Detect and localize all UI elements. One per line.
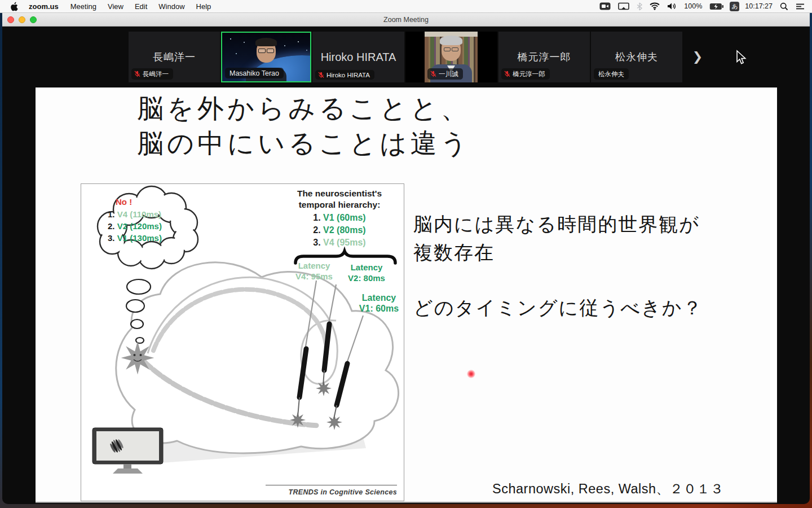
menu-bar-clock[interactable]: 10:17:27 bbox=[743, 2, 774, 10]
participant-badge: Hiroko HIRATA bbox=[315, 70, 374, 80]
menu-meeting[interactable]: Meeting bbox=[65, 2, 102, 11]
battery-charging-icon[interactable] bbox=[708, 3, 726, 10]
brain-figure: No ! 1. V4 (110ms) 2. V2 (120ms) 3. V1 (… bbox=[81, 183, 404, 501]
mouse-cursor bbox=[735, 50, 747, 67]
participant-tile-hashimoto[interactable]: 橋元淳一郎 橋元淳一郎 bbox=[498, 32, 590, 82]
participant-badge-label: 一川誠 bbox=[439, 70, 458, 78]
volume-icon[interactable] bbox=[665, 2, 678, 10]
no-label: No ! bbox=[116, 196, 162, 208]
window-title: Zoom Meeting bbox=[2, 13, 810, 27]
participant-badge-label: 橋元淳一郎 bbox=[513, 70, 545, 78]
latency-v1-label: LatencyV1: 60ms bbox=[351, 292, 407, 314]
menu-help[interactable]: Help bbox=[191, 2, 217, 11]
participant-badge-label: 松永伸夫 bbox=[598, 70, 624, 78]
muted-mic-icon bbox=[504, 71, 510, 77]
latency-v4-label: LatencyV4: 95ms bbox=[288, 260, 341, 282]
slide-title: 脳を外からみることと、 脳の中にいることは違う bbox=[137, 91, 471, 161]
window-title-bar[interactable]: Zoom Meeting bbox=[2, 13, 810, 27]
menu-app-name[interactable]: zoom.us bbox=[23, 2, 65, 11]
participant-badge-label: 長嶋洋一 bbox=[143, 70, 169, 78]
muted-mic-icon bbox=[134, 71, 140, 77]
battery-percentage: 100% bbox=[682, 2, 704, 10]
shared-screen-slide: 脳を外からみることと、 脳の中にいることは違う bbox=[36, 87, 777, 503]
participant-tile-hirata[interactable]: Hiroko HIRATA Hiroko HIRATA bbox=[312, 32, 404, 82]
next-participants-chevron-icon[interactable]: ❯ bbox=[685, 32, 710, 82]
zoom-camera-icon[interactable] bbox=[598, 2, 612, 10]
participant-badge: 松永伸夫 bbox=[594, 68, 629, 80]
latency-v2-label: LatencyV2: 80ms bbox=[339, 262, 394, 283]
participant-badge: 橋元淳一郎 bbox=[501, 68, 550, 80]
muted-mic-icon bbox=[318, 72, 324, 78]
participant-tile-terao-active-speaker[interactable]: Masahiko Terao bbox=[221, 32, 311, 82]
display-mirroring-icon[interactable] bbox=[616, 2, 631, 11]
apple-logo-icon[interactable] bbox=[6, 2, 23, 11]
menu-view[interactable]: View bbox=[102, 2, 129, 11]
temporal-hierarchy-list: The neuroscientist'stemporal hierarchy: … bbox=[280, 188, 399, 249]
participant-badge: 長嶋洋一 bbox=[131, 68, 173, 80]
caption-divider bbox=[266, 485, 397, 485]
slide-body-text: 脳内には異なる時間的世界観が 複数存在 bbox=[413, 210, 700, 266]
muted-mic-icon bbox=[430, 71, 436, 77]
input-method-badge[interactable]: あ bbox=[730, 2, 739, 11]
screen: zoom.us Meeting View Edit Window Help 1 bbox=[0, 0, 812, 508]
bluetooth-icon[interactable] bbox=[635, 2, 644, 11]
neuron-smiley bbox=[121, 341, 155, 375]
menu-edit[interactable]: Edit bbox=[129, 2, 153, 11]
figure-caption: TRENDS in Cognitive Sciences bbox=[289, 488, 397, 496]
thought-cloud-list: No ! 1. V4 (110ms) 2. V2 (120ms) 3. V1 (… bbox=[108, 196, 162, 244]
slide-question-text: どのタイミングに従うべきか？ bbox=[413, 295, 703, 321]
notification-center-icon[interactable] bbox=[794, 3, 806, 10]
participant-tile-ichikawa[interactable]: 一川誠 bbox=[405, 32, 497, 82]
menu-window[interactable]: Window bbox=[153, 2, 190, 11]
participant-tile-matsunaga[interactable]: 松永伸夫 松永伸夫 bbox=[591, 32, 682, 82]
macos-menu-bar: zoom.us Meeting View Edit Window Help 1 bbox=[0, 0, 812, 13]
stimulus-monitor bbox=[92, 428, 163, 474]
laser-pointer-dot bbox=[467, 370, 475, 378]
participant-badge: 一川誠 bbox=[427, 68, 463, 80]
slide-citation: Scharnowski, Rees, Walsh、２０１３ bbox=[492, 480, 724, 498]
wifi-icon[interactable] bbox=[648, 2, 661, 10]
participant-tile-nagashima[interactable]: 長嶋洋一 長嶋洋一 bbox=[129, 32, 220, 82]
spotlight-search-icon[interactable] bbox=[778, 2, 790, 11]
participant-badge: Masahiko Terao bbox=[225, 68, 284, 78]
participant-badge-label: Hiroko HIRATA bbox=[326, 72, 370, 78]
participant-badge-label: Masahiko Terao bbox=[230, 69, 279, 77]
